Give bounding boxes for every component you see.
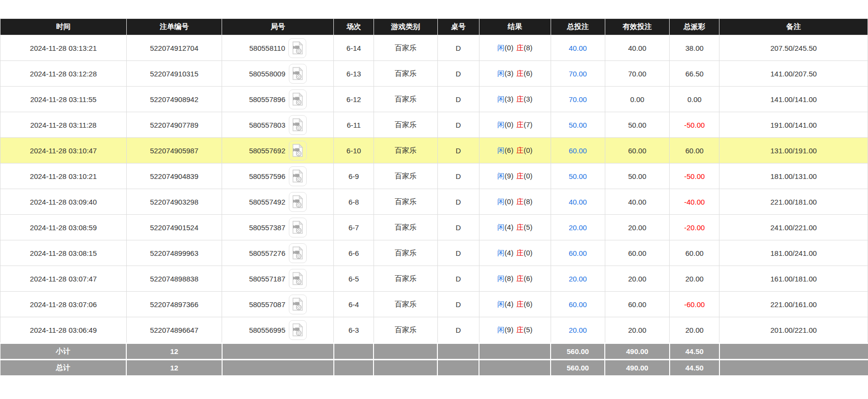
- cell-remark: 221.00/181.00: [719, 189, 868, 215]
- player-result-count: (9): [505, 172, 513, 180]
- cell-total-bet[interactable]: 20.00: [551, 317, 605, 343]
- cell-round-no: 580557596: [222, 163, 334, 189]
- cell-round-no: 580557492: [222, 189, 334, 215]
- column-header-remark: 备注: [719, 19, 868, 35]
- column-header-bet-id: 注单编号: [126, 19, 222, 35]
- cell-game-type: 百家乐: [374, 87, 437, 112]
- cell-payout: 0.00: [670, 87, 719, 112]
- banker-result-label: 庄: [516, 197, 524, 206]
- subtotal-payout: 44.50: [670, 343, 719, 360]
- cell-time: 2024-11-28 03:08:59: [0, 215, 127, 240]
- cell-table-no: D: [437, 215, 479, 240]
- cell-remark: 131.00/191.00: [719, 138, 868, 163]
- banker-result-label: 庄: [516, 95, 524, 103]
- cell-remark: 201.00/221.00: [719, 317, 868, 343]
- column-header-session: 场次: [334, 19, 374, 35]
- video-replay-button[interactable]: [289, 295, 307, 314]
- table-row[interactable]: 2024-11-28 03:07:06 522074897366 5805570…: [0, 292, 868, 317]
- cell-session: 6-7: [334, 215, 374, 240]
- cell-remark: 181.00/241.00: [719, 240, 868, 266]
- video-replay-button[interactable]: [289, 320, 307, 340]
- bet-records-table: 时间 注单编号 局号 场次 游戏类别 桌号 结果 总投注 有效投注 总派彩 备注…: [0, 18, 868, 377]
- cell-session: 6-9: [334, 163, 374, 189]
- player-result-count: (3): [505, 95, 513, 103]
- cell-table-no: D: [437, 112, 479, 138]
- cell-total-bet[interactable]: 70.00: [551, 61, 605, 87]
- subtotal-valid-bet: 490.00: [605, 343, 670, 360]
- table-row[interactable]: 2024-11-28 03:06:49 522074896647 5805569…: [0, 317, 868, 343]
- table-row[interactable]: 2024-11-28 03:08:15 522074899963 5805572…: [0, 240, 868, 266]
- cell-time: 2024-11-28 03:06:49: [0, 317, 127, 343]
- cell-round-no: 580557087: [222, 292, 334, 317]
- subtotal-empty-remark: [719, 343, 868, 360]
- round-number: 580558009: [249, 70, 285, 78]
- table-row[interactable]: 2024-11-28 03:11:55 522074908942 5805578…: [0, 87, 868, 112]
- cell-time: 2024-11-28 03:12:28: [0, 61, 127, 87]
- banker-result-count: (3): [524, 95, 532, 103]
- table-row[interactable]: 2024-11-28 03:10:47 522074905987 5805576…: [0, 138, 868, 163]
- video-replay-button[interactable]: [289, 141, 307, 161]
- player-result-count: (6): [505, 146, 513, 154]
- cell-total-bet[interactable]: 50.00: [551, 112, 605, 138]
- video-replay-button[interactable]: [289, 269, 307, 289]
- banker-result-count: (0): [524, 172, 532, 180]
- player-result-label: 闲: [497, 44, 505, 52]
- video-replay-button[interactable]: [289, 192, 307, 212]
- cell-game-type: 百家乐: [374, 112, 437, 138]
- cell-round-no: 580557276: [222, 240, 334, 266]
- cell-valid-bet: 20.00: [605, 266, 670, 292]
- cell-total-bet[interactable]: 40.00: [551, 35, 605, 61]
- cell-session: 6-3: [334, 317, 374, 343]
- cell-total-bet[interactable]: 60.00: [551, 240, 605, 266]
- video-replay-button[interactable]: [289, 89, 307, 109]
- cell-table-no: D: [437, 87, 479, 112]
- video-replay-icon: [292, 195, 303, 208]
- cell-valid-bet: 20.00: [605, 215, 670, 240]
- video-replay-button[interactable]: [289, 243, 307, 263]
- total-valid-bet: 490.00: [605, 360, 670, 376]
- cell-remark: 161.00/181.00: [719, 266, 868, 292]
- cell-total-bet[interactable]: 60.00: [551, 292, 605, 317]
- table-row[interactable]: 2024-11-28 03:11:28 522074907789 5805578…: [0, 112, 868, 138]
- cell-table-no: D: [437, 189, 479, 215]
- cell-total-bet[interactable]: 50.00: [551, 163, 605, 189]
- cell-payout: 60.00: [670, 240, 719, 266]
- subtotal-empty-round: [222, 343, 334, 360]
- video-replay-icon: [292, 323, 303, 337]
- cell-table-no: D: [437, 266, 479, 292]
- table-row[interactable]: 2024-11-28 03:13:21 522074912704 5805581…: [0, 35, 868, 61]
- table-row[interactable]: 2024-11-28 03:08:59 522074901524 5805573…: [0, 215, 868, 240]
- cell-bet-id: 522074910315: [126, 61, 222, 87]
- table-row[interactable]: 2024-11-28 03:12:28 522074910315 5805580…: [0, 61, 868, 87]
- table-row[interactable]: 2024-11-28 03:10:21 522074904839 5805575…: [0, 163, 868, 189]
- banker-result-label: 庄: [516, 300, 524, 308]
- cell-bet-id: 522074905987: [126, 138, 222, 163]
- cell-session: 6-12: [334, 87, 374, 112]
- cell-round-no: 580557387: [222, 215, 334, 240]
- cell-total-bet[interactable]: 40.00: [551, 189, 605, 215]
- video-replay-button[interactable]: [288, 38, 306, 58]
- cell-total-bet[interactable]: 70.00: [551, 87, 605, 112]
- cell-remark: 207.50/245.50: [719, 35, 868, 61]
- cell-session: 6-11: [334, 112, 374, 138]
- video-replay-button[interactable]: [289, 218, 307, 237]
- video-replay-button[interactable]: [289, 64, 307, 84]
- video-replay-button[interactable]: [289, 166, 307, 186]
- cell-valid-bet: 70.00: [605, 61, 670, 87]
- cell-remark: 241.00/221.00: [719, 215, 868, 240]
- cell-total-bet[interactable]: 20.00: [551, 266, 605, 292]
- player-result-count: (0): [505, 120, 513, 129]
- cell-total-bet[interactable]: 60.00: [551, 138, 605, 163]
- table-row[interactable]: 2024-11-28 03:09:40 522074903298 5805574…: [0, 189, 868, 215]
- total-label: 总计: [0, 360, 127, 376]
- cell-total-bet[interactable]: 20.00: [551, 215, 605, 240]
- round-number: 580557276: [249, 249, 285, 257]
- table-row[interactable]: 2024-11-28 03:07:47 522074898838 5805571…: [0, 266, 868, 292]
- cell-game-type: 百家乐: [374, 138, 437, 163]
- total-total-bet: 560.00: [551, 360, 605, 376]
- subtotal-row: 小计 12 560.00 490.00 44.50: [0, 343, 868, 360]
- video-replay-button[interactable]: [289, 115, 307, 135]
- cell-game-type: 百家乐: [374, 61, 437, 87]
- video-replay-icon: [292, 297, 303, 311]
- cell-valid-bet: 60.00: [605, 138, 670, 163]
